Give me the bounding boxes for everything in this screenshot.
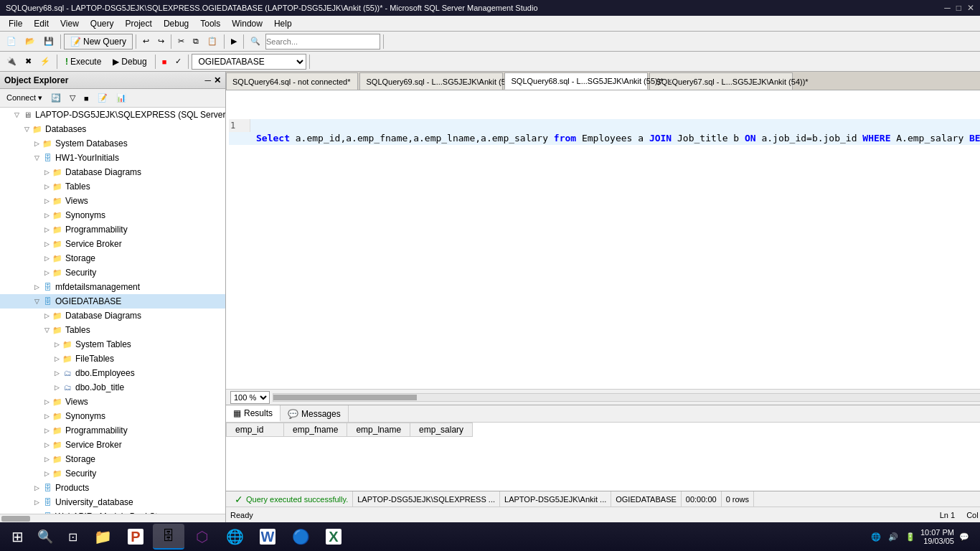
redo-button[interactable]: ↪ <box>154 34 168 50</box>
open-button[interactable]: 📂 <box>22 34 39 50</box>
network-icon[interactable]: 🌐 <box>869 529 883 544</box>
tree-hw1-synonyms[interactable]: ▷ 📁 Synonyms <box>0 208 225 222</box>
mf-expand[interactable]: ▷ <box>32 282 42 292</box>
battery-icon[interactable]: 🔋 <box>903 529 918 544</box>
h-scroll-thumb[interactable] <box>273 395 417 400</box>
tree-ogie-storage[interactable]: ▷ 📁 Storage <box>0 452 225 466</box>
search-button[interactable]: 🔍 <box>247 34 264 50</box>
new-file-button[interactable]: 📄 <box>3 34 20 50</box>
tree-ogie-security[interactable]: ▷ 📁 Security <box>0 466 225 481</box>
tree-products-db[interactable]: ▷ 🗄 Products <box>0 481 225 495</box>
taskbar-excel[interactable]: X <box>318 524 349 550</box>
menu-tools[interactable]: Tools <box>194 17 226 30</box>
oe-stop-button[interactable]: ■ <box>80 90 93 106</box>
oe-close-button[interactable]: ✕ <box>214 75 221 85</box>
save-button[interactable]: 💾 <box>40 34 57 50</box>
run-button[interactable]: ▶ <box>227 34 240 50</box>
tree-hw1-views[interactable]: ▷ 📁 Views <box>0 194 225 208</box>
sys-db-expand-icon[interactable]: ▷ <box>32 138 42 149</box>
taskbar-task-view[interactable]: ⊡ <box>60 524 85 550</box>
database-selector[interactable]: OGIEDATABASE <box>192 54 306 70</box>
tab-query64[interactable]: SQLQuery64.sql - not connected* <box>226 72 358 90</box>
clock-area[interactable]: 10:07 PM 19/03/05 <box>920 528 954 545</box>
tree-mf-db[interactable]: ▷ 🗄 mfdetailsmanagement <box>0 280 225 294</box>
tab-query68-close[interactable]: ✕ <box>666 77 672 85</box>
hw1-security-expand[interactable]: ▷ <box>42 268 52 278</box>
ogie-expand[interactable]: ▽ <box>32 296 42 306</box>
taskbar-search[interactable]: 🔍 <box>32 524 58 550</box>
tab-query69[interactable]: SQLQuery69.sql - L...SG5JEJK\Ankit (53)) <box>359 72 503 90</box>
ogie-file-tables-expand[interactable]: ▷ <box>52 354 62 364</box>
start-button[interactable]: ⊞ <box>3 524 32 550</box>
hw1-expand-icon[interactable]: ▽ <box>32 153 42 163</box>
ogie-broker-expand[interactable]: ▷ <box>42 440 52 450</box>
menu-query[interactable]: Query <box>85 17 120 30</box>
execute-button[interactable]: ! Execute <box>60 54 106 70</box>
menu-window[interactable]: Window <box>226 17 268 30</box>
tree-ogie-job-title[interactable]: ▷ 🗂 dbo.Job_title <box>0 380 225 395</box>
results-tab[interactable]: ▦ Results <box>226 405 281 422</box>
tree-univ-db[interactable]: ▷ 🗄 University_database <box>0 495 225 509</box>
menu-debug[interactable]: Debug <box>158 17 194 30</box>
taskbar-file-explorer[interactable]: 📁 <box>87 524 118 550</box>
menu-view[interactable]: View <box>55 17 85 30</box>
stop-button[interactable]: ■ <box>159 54 171 70</box>
undo-button[interactable]: ↩ <box>139 34 153 50</box>
oe-pin-button[interactable]: ─ <box>204 75 211 85</box>
debug-button[interactable]: ▶ Debug <box>108 54 151 70</box>
oe-horizontal-scrollbar[interactable] <box>0 514 225 522</box>
ogie-job-expand[interactable]: ▷ <box>52 382 62 392</box>
new-query-button[interactable]: 📝 New Query <box>64 34 133 50</box>
paste-button[interactable]: 📋 <box>204 34 221 50</box>
oe-refresh-button[interactable]: 🔄 <box>47 90 65 106</box>
messages-tab[interactable]: 💬 Messages <box>281 405 349 422</box>
tree-ogie-tables[interactable]: ▽ 📁 Tables <box>0 323 225 337</box>
ogie-sys-tables-expand[interactable]: ▷ <box>52 339 62 349</box>
tree-hw1-security[interactable]: ▷ 📁 Security <box>0 265 225 280</box>
oe-filter-button[interactable]: ▽ <box>66 90 79 106</box>
horizontal-scrollbar[interactable] <box>273 393 980 402</box>
ogie-views-expand[interactable]: ▷ <box>42 397 52 407</box>
hw1-syn-expand[interactable]: ▷ <box>42 210 52 220</box>
close-button[interactable]: ✕ <box>967 3 974 13</box>
tree-hw1-storage[interactable]: ▷ 📁 Storage <box>0 251 225 265</box>
univ-expand[interactable]: ▷ <box>32 497 42 507</box>
taskbar-powerpoint[interactable]: P <box>120 524 151 550</box>
tree-ogie-diagrams[interactable]: ▷ 📁 Database Diagrams <box>0 309 225 323</box>
taskbar-vs[interactable]: ⬡ <box>186 524 217 550</box>
connect-button[interactable]: 🔌 <box>3 54 20 70</box>
ogie-emp-expand[interactable]: ▷ <box>52 368 62 378</box>
notification-icon[interactable]: 💬 <box>957 529 971 544</box>
oe-reports-button[interactable]: 📊 <box>113 90 130 106</box>
search-input[interactable] <box>265 34 380 50</box>
tree-ogie-synonyms[interactable]: ▷ 📁 Synonyms <box>0 409 225 423</box>
cut-button[interactable]: ✂ <box>174 34 188 50</box>
tree-ogie-db[interactable]: ▽ 🗄 OGIEDATABASE <box>0 294 225 309</box>
taskbar-ssms[interactable]: 🗄 <box>153 524 184 550</box>
tree-ogie-views[interactable]: ▷ 📁 Views <box>0 395 225 409</box>
parse-button[interactable]: ✓ <box>171 54 185 70</box>
ogie-diag-expand[interactable]: ▷ <box>42 311 52 321</box>
menu-file[interactable]: File <box>3 17 28 30</box>
change-conn-button[interactable]: ⚡ <box>37 54 54 70</box>
ogie-prog-expand[interactable]: ▷ <box>42 425 52 435</box>
menu-project[interactable]: Project <box>120 17 158 30</box>
tree-ogie-employees[interactable]: ▷ 🗂 dbo.Employees <box>0 366 225 380</box>
tree-ogie-sys-tables[interactable]: ▷ 📁 System Tables <box>0 337 225 352</box>
menu-help[interactable]: Help <box>268 17 298 30</box>
tab-query68[interactable]: SQLQuery68.sql - L...SG5JEJK\Ankit (55))… <box>504 72 648 90</box>
volume-icon[interactable]: 🔊 <box>886 529 900 544</box>
tree-ogie-prog[interactable]: ▷ 📁 Programmability <box>0 423 225 438</box>
tree-databases[interactable]: ▽ 📁 Databases <box>0 122 225 136</box>
hw1-storage-expand[interactable]: ▷ <box>42 253 52 263</box>
hw1-prog-expand[interactable]: ▷ <box>42 225 52 235</box>
oe-connect-button[interactable]: Connect ▾ <box>3 90 46 106</box>
tree-ogie-broker[interactable]: ▷ 📁 Service Broker <box>0 438 225 452</box>
disconnect-button[interactable]: ✖ <box>22 54 35 70</box>
tree-hw1-broker[interactable]: ▷ 📁 Service Broker <box>0 237 225 251</box>
taskbar-word[interactable]: W <box>252 524 283 550</box>
hw1-diag-expand[interactable]: ▷ <box>42 167 52 177</box>
tree-system-databases[interactable]: ▷ 📁 System Databases <box>0 136 225 151</box>
tree-hw1-diagrams[interactable]: ▷ 📁 Database Diagrams <box>0 165 225 179</box>
ogie-syn-expand[interactable]: ▷ <box>42 411 52 421</box>
